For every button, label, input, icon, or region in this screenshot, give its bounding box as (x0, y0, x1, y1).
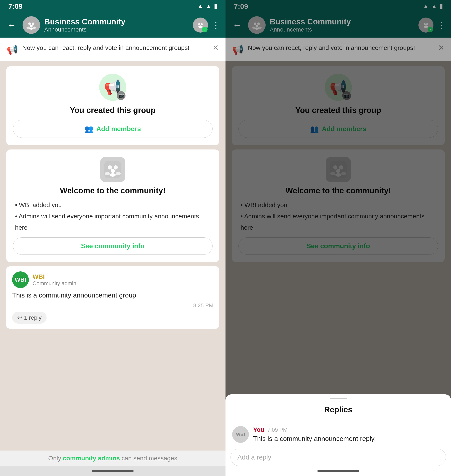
community-welcome-icon-right (330, 161, 347, 178)
check-badge-right: ✓ (428, 27, 433, 32)
welcome-bullets-right: WBI added you Admins will send everyone … (238, 199, 438, 233)
add-members-icon-right: 👥 (310, 125, 319, 133)
reply-content: You 7:09 PM This is a community announce… (253, 426, 444, 443)
group-created-card-right: 📢 📷 You created this group 👥 Add members (232, 66, 445, 145)
left-panel: 7:09 ▲ ▲ ▮ ← Business Community Announce… (0, 0, 226, 476)
svg-point-31 (339, 165, 343, 169)
welcome-bullet-2-right: Admins will send everyone important comm… (238, 211, 438, 233)
message-bubble-left: WBI WBI Community admin This is a commun… (6, 266, 219, 329)
svg-point-14 (111, 169, 115, 173)
signal-icon: ▲ (206, 3, 212, 10)
close-notification-left[interactable]: ✕ (213, 44, 219, 52)
action-icons-left: ✓ ⋮ (193, 18, 220, 32)
svg-point-16 (116, 172, 121, 175)
welcome-community-icon-right (326, 157, 351, 182)
add-reply-input[interactable]: Add a reply (231, 449, 446, 466)
svg-point-28 (424, 25, 428, 28)
community-admins-link-left[interactable]: community admins (63, 455, 120, 462)
svg-point-9 (201, 23, 203, 25)
add-members-button-right[interactable]: 👥 Add members (238, 120, 438, 138)
add-members-icon: 👥 (85, 125, 93, 133)
group-info-right: Business Community Announcements (270, 17, 414, 33)
welcome-bullet-2: Admins will send everyone important comm… (13, 211, 213, 233)
community-avatar-icon (26, 20, 37, 30)
svg-point-27 (426, 23, 428, 25)
svg-point-26 (424, 23, 426, 25)
home-indicator-left (0, 466, 226, 476)
group-avatar-left (23, 16, 40, 34)
reply-meta: You 7:09 PM (253, 426, 444, 433)
notification-banner-right: 📢 Now you can react, reply and vote in a… (226, 38, 451, 61)
time-left: 7:09 (8, 2, 23, 10)
svg-point-2 (32, 23, 34, 25)
svg-point-12 (108, 165, 112, 169)
svg-point-1 (28, 23, 31, 25)
back-button-left[interactable]: ← (5, 18, 18, 32)
svg-point-24 (255, 27, 259, 29)
see-community-label-right: See community info (307, 242, 370, 250)
bottom-bar-left: Only community admins can send messages (0, 451, 226, 466)
menu-button-left[interactable]: ⋮ (211, 20, 220, 31)
group-created-title-left: You created this group (70, 106, 156, 115)
welcome-community-icon-left (100, 157, 125, 182)
back-button-right[interactable]: ← (231, 18, 244, 32)
add-members-label: Add members (96, 125, 141, 133)
community-avatar-icon-right (252, 20, 262, 30)
group-created-avatar-left: 📢 📷 (99, 74, 126, 101)
status-bar-right: 7:09 ▲ ▲ ▮ (226, 0, 451, 13)
replies-handle (226, 394, 451, 401)
add-members-button-left[interactable]: 👥 Add members (13, 120, 213, 138)
group-created-card-left: 📢 📷 You created this group 👥 Add members (6, 66, 219, 145)
reply-avatar-initials: WBI (236, 432, 245, 437)
camera-badge-left: 📷 (117, 91, 125, 100)
bottom-prefix-left: Only (48, 455, 61, 462)
add-members-label-right: Add members (322, 125, 366, 133)
svg-point-3 (30, 25, 33, 27)
action-icons-right: ✓ ⋮ (419, 18, 446, 32)
app-bar-right: ← Business Community Announcements (226, 13, 451, 38)
reply-text: This is a community announcement reply. (253, 435, 444, 443)
close-notification-right[interactable]: ✕ (438, 44, 444, 52)
reply-you-label: You (253, 426, 264, 433)
see-community-button-right[interactable]: See community info (238, 237, 438, 255)
notification-banner-left: 📢 Now you can react, reply and vote in a… (0, 38, 226, 61)
svg-point-13 (113, 165, 118, 169)
see-community-button-left[interactable]: See community info (13, 237, 213, 255)
svg-point-35 (335, 173, 341, 177)
reply-chip-left[interactable]: ↩ 1 reply (12, 312, 47, 324)
welcome-card-right: Welcome to the community! WBI added you … (232, 150, 445, 262)
svg-point-8 (198, 23, 200, 25)
group-created-title-right: You created this group (295, 106, 381, 115)
group-name-left: Business Community (44, 17, 189, 26)
app-bar-left: ← Business Community Announcements (0, 13, 226, 38)
see-community-label: See community info (81, 242, 144, 250)
message-text-left: This is a community announcement group. (12, 290, 213, 300)
message-time-left: 8:25 PM (12, 302, 213, 309)
video-call-icon[interactable]: ✓ (193, 18, 208, 32)
reply-item: WBI You 7:09 PM This is a community anno… (226, 420, 451, 449)
welcome-bullet-1-right: WBI added you (238, 199, 438, 211)
notification-text-left: Now you can react, reply and vote in ann… (22, 44, 208, 52)
camera-badge-right: 📷 (342, 91, 351, 100)
sender-name-left: WBI (32, 273, 76, 280)
welcome-title-right: Welcome to the community! (285, 186, 391, 195)
status-icons-left: ▲ ▲ ▮ (198, 3, 217, 10)
message-avatar-left: WBI (12, 271, 29, 288)
group-subtitle-right: Announcements (270, 26, 414, 33)
replies-title: Replies (226, 401, 451, 420)
reply-time: 7:09 PM (267, 427, 288, 433)
add-reply-placeholder: Add a reply (238, 453, 271, 461)
welcome-card-left: Welcome to the community! WBI added you … (6, 150, 219, 262)
group-avatar-right (248, 16, 266, 34)
svg-point-6 (29, 27, 33, 29)
video-call-icon-right[interactable]: ✓ (419, 18, 433, 32)
group-subtitle-left: Announcements (44, 26, 189, 33)
menu-button-right[interactable]: ⋮ (437, 20, 446, 31)
sender-role-left: Community admin (32, 280, 76, 287)
home-indicator-right (226, 466, 451, 476)
reply-arrow-icon: ↩ (17, 314, 22, 321)
svg-point-32 (336, 169, 340, 173)
battery-icon: ▮ (214, 3, 217, 10)
svg-point-30 (333, 165, 338, 169)
chat-area-left: 📢 📷 You created this group 👥 Add members (0, 61, 226, 451)
